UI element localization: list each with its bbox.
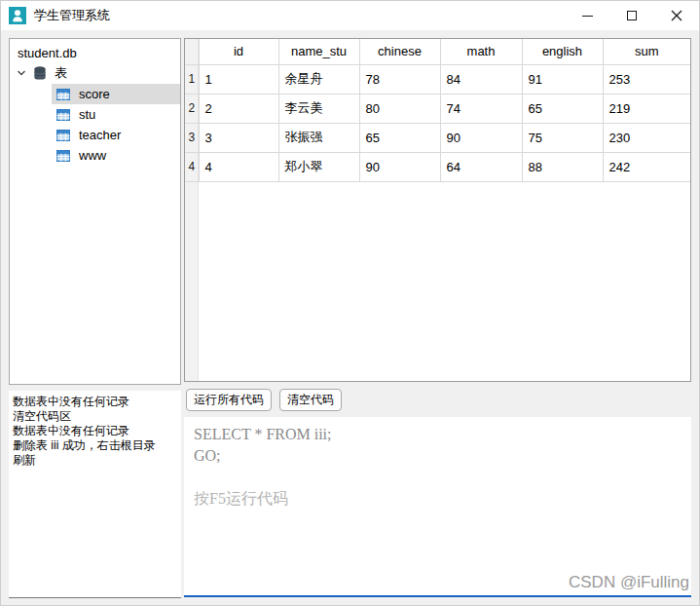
window-title: 学生管理系统	[34, 7, 110, 24]
row-number[interactable]: 2	[185, 94, 199, 123]
watermark: CSDN @iFulling	[569, 573, 689, 592]
close-icon	[671, 10, 682, 21]
cell-math[interactable]: 64	[440, 152, 522, 181]
cell-id[interactable]: 2	[199, 94, 278, 123]
cell-id[interactable]: 3	[199, 123, 278, 152]
database-icon	[32, 65, 48, 81]
column-header-math[interactable]: math	[440, 39, 522, 64]
cell-english[interactable]: 88	[522, 152, 603, 181]
app-logo-icon	[9, 7, 26, 24]
tree-item-teacher[interactable]: teacher	[10, 125, 180, 145]
action-button-row: 运行所有代码 清空代码	[186, 389, 342, 411]
editor-hint: 按F5运行代码	[194, 488, 682, 510]
log-line: 刷新	[13, 453, 179, 468]
tree-item-www[interactable]: www	[10, 145, 180, 166]
log-panel[interactable]: 数据表中没有任何记录 清空代码区 数据表中没有任何记录 删除表 iii 成功，右…	[9, 391, 181, 598]
cell-chinese[interactable]: 78	[359, 64, 440, 94]
cell-name-stu[interactable]: 郑小翠	[278, 152, 359, 181]
minimize-button[interactable]	[565, 1, 609, 30]
close-button[interactable]	[654, 1, 699, 30]
cell-math[interactable]: 84	[440, 64, 522, 94]
cell-sum[interactable]: 219	[603, 94, 690, 123]
result-grid: id name_stu chinese math english sum 1 1…	[185, 39, 690, 182]
tree-item-label: teacher	[79, 128, 121, 142]
cell-math[interactable]: 74	[440, 94, 522, 123]
tree-item-stu[interactable]: stu	[10, 104, 180, 125]
cell-name-stu[interactable]: 李云美	[278, 94, 359, 123]
table-row: 4 4 郑小翠 90 64 88 242	[185, 152, 690, 181]
table-row: 1 1 余星舟 78 84 91 253	[185, 64, 690, 94]
maximize-icon	[627, 11, 637, 20]
code-line: SELECT * FROM iii;	[194, 424, 682, 445]
table-row: 2 2 李云美 80 74 65 219	[185, 94, 690, 123]
tree-item-label: www	[79, 148, 106, 163]
cell-id[interactable]: 1	[199, 64, 278, 94]
clear-code-button[interactable]: 清空代码	[279, 389, 342, 411]
table-row: 3 3 张振强 65 90 75 230	[185, 123, 690, 152]
tree-item-score[interactable]: score	[10, 84, 180, 104]
run-all-code-button[interactable]: 运行所有代码	[186, 389, 272, 411]
corner-header[interactable]	[185, 39, 199, 64]
log-line: 删除表 iii 成功，右击根目录	[13, 438, 179, 453]
cell-sum[interactable]: 242	[603, 152, 690, 181]
maximize-button[interactable]	[609, 1, 654, 30]
cell-math[interactable]: 90	[440, 123, 522, 152]
tree-group-tables[interactable]: 表	[10, 62, 180, 84]
window-controls	[565, 1, 699, 30]
header-row: id name_stu chinese math english sum	[185, 39, 690, 64]
log-line: 数据表中没有任何记录	[13, 424, 179, 438]
cell-sum[interactable]: 253	[603, 64, 690, 94]
chevron-down-icon[interactable]	[16, 67, 27, 79]
cell-chinese[interactable]: 90	[359, 152, 440, 181]
cell-chinese[interactable]: 80	[359, 94, 440, 123]
app-window: 学生管理系统 student.db	[0, 0, 700, 606]
cell-name-stu[interactable]: 余星舟	[278, 64, 359, 94]
column-header-english[interactable]: english	[522, 39, 603, 64]
row-number[interactable]: 4	[185, 152, 199, 181]
result-table: id name_stu chinese math english sum 1 1…	[184, 38, 691, 382]
code-line: GO;	[194, 445, 682, 467]
database-tree-panel: student.db 表	[9, 38, 181, 385]
cell-name-stu[interactable]: 张振强	[278, 123, 359, 152]
table-icon	[55, 128, 71, 143]
log-line: 清空代码区	[13, 409, 179, 424]
cell-english[interactable]: 91	[522, 64, 603, 94]
log-line: 数据表中没有任何记录	[13, 395, 179, 409]
minimize-icon	[582, 16, 593, 17]
table-icon	[55, 107, 71, 123]
row-number[interactable]: 1	[185, 64, 199, 94]
column-header-sum[interactable]: sum	[603, 39, 690, 64]
tree-item-label: stu	[79, 107, 95, 122]
cell-english[interactable]: 65	[522, 94, 603, 123]
table-icon	[55, 87, 71, 102]
tree-root-database[interactable]: student.db	[10, 39, 180, 62]
cell-id[interactable]: 4	[199, 152, 278, 181]
cell-sum[interactable]: 230	[603, 123, 690, 152]
tree-item-label: score	[79, 87, 110, 101]
sql-code-editor[interactable]: SELECT * FROM iii; GO; 按F5运行代码	[184, 417, 691, 597]
tree-group-label: 表	[55, 64, 67, 82]
table-icon	[55, 148, 71, 164]
column-header-id[interactable]: id	[199, 39, 278, 64]
row-number[interactable]: 3	[185, 123, 199, 152]
blank-line	[194, 467, 682, 488]
column-header-name-stu[interactable]: name_stu	[278, 39, 359, 64]
column-header-chinese[interactable]: chinese	[359, 39, 440, 64]
titlebar: 学生管理系统	[1, 1, 699, 30]
cell-chinese[interactable]: 65	[359, 123, 440, 152]
cell-english[interactable]: 75	[522, 123, 603, 152]
